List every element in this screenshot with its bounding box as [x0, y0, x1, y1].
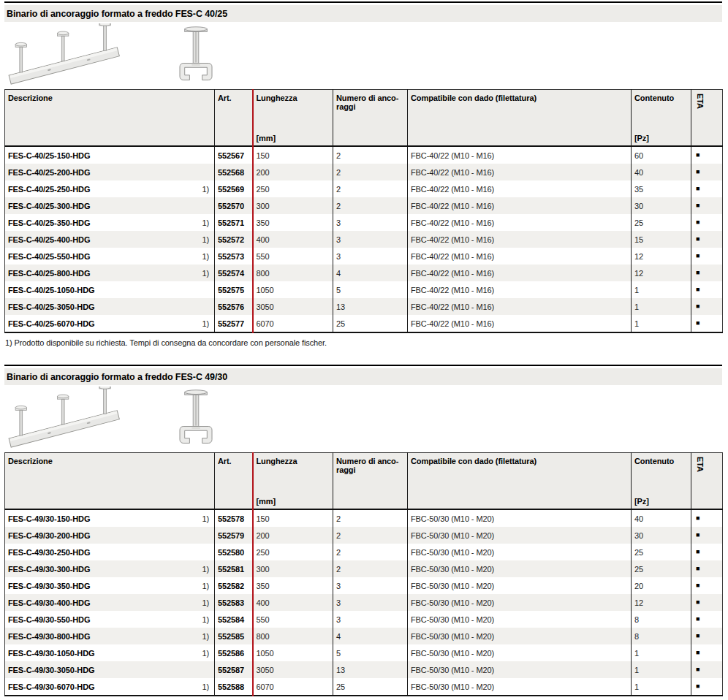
eta-square-icon: ■: [694, 151, 699, 159]
cell-numero: 2: [333, 146, 408, 164]
cell-eta: ■: [691, 315, 723, 332]
footnote-marker: 1): [202, 218, 214, 227]
cell-art: 552569: [215, 180, 253, 197]
cell-contenuto: 20: [632, 577, 691, 594]
cell-numero: 2: [333, 197, 408, 214]
footnote-marker: 1): [202, 252, 214, 261]
cell-art: 552574: [215, 265, 253, 281]
cell-contenuto: 8: [632, 611, 691, 628]
cell-lunghezza: 350: [253, 577, 333, 594]
eta-square-icon: ■: [694, 598, 699, 606]
column-header-contenuto: Contenuto[Pz]: [632, 453, 691, 510]
cell-lunghezza: 300: [253, 560, 333, 577]
cell-lunghezza: 350: [253, 214, 333, 231]
table-row: FES-C-49/30-300-HDG1)5525813002FBC-50/30…: [5, 560, 723, 577]
cell-descrizione: FES-C-49/30-550-HDG1): [5, 611, 214, 628]
cell-descrizione: FES-C-49/30-800-HDG1): [5, 628, 214, 644]
column-header-descrizione: Descrizione: [5, 453, 215, 510]
column-header-contenuto: Contenuto[Pz]: [632, 90, 691, 147]
eta-square-icon: ■: [694, 185, 699, 192]
product-code: FES-C-49/30-6070-HDG: [8, 682, 94, 691]
column-header-compatibile: Compatibile con dado (filettatura): [408, 90, 632, 147]
eta-square-icon: ■: [694, 548, 699, 555]
eta-square-icon: ■: [694, 269, 699, 276]
eta-square-icon: ■: [694, 286, 699, 293]
cell-contenuto: 1: [632, 678, 691, 696]
section-fes-c-49-30: Binario di ancoraggio formato a freddo F…: [4, 365, 722, 700]
cell-descrizione: FES-C-40/25-3050-HDG: [5, 298, 214, 315]
cell-lunghezza: 400: [253, 594, 333, 611]
cell-art: 552588: [215, 678, 253, 696]
table-row: FES-C-40/25-3050-HDG552576305013FBC-40/2…: [5, 298, 723, 315]
cell-numero: 2: [333, 180, 408, 197]
column-header-art: Art.: [215, 90, 253, 147]
cell-compatibile: FBC-50/30 (M10 - M20): [408, 509, 632, 527]
cell-contenuto: 1: [632, 661, 691, 678]
eta-square-icon: ■: [694, 666, 699, 673]
cell-lunghezza: 400: [253, 231, 333, 248]
cell-numero: 2: [333, 544, 408, 560]
cell-numero: 25: [333, 678, 408, 696]
cell-descrizione: FES-C-40/25-800-HDG1): [5, 265, 214, 281]
cell-lunghezza: 6070: [253, 678, 333, 696]
cell-compatibile: FBC-50/30 (M10 - M20): [408, 628, 632, 644]
product-code: FES-C-40/25-550-HDG: [8, 252, 90, 261]
eta-square-icon: ■: [694, 649, 699, 656]
cell-numero: 3: [333, 214, 408, 231]
product-code: FES-C-40/25-300-HDG: [8, 202, 90, 210]
cell-art: 552585: [215, 628, 253, 644]
footnote-marker: 1): [202, 682, 214, 691]
product-code: FES-C-40/25-6070-HDG: [8, 319, 94, 328]
product-code: FES-C-40/25-800-HDG: [8, 269, 90, 278]
cell-compatibile: FBC-50/30 (M10 - M20): [408, 560, 632, 577]
column-header-lunghezza: Lunghezza[mm]: [253, 90, 333, 147]
cell-eta: ■: [691, 560, 723, 577]
cell-compatibile: FBC-40/22 (M10 - M16): [408, 298, 632, 315]
cell-eta: ■: [691, 628, 723, 644]
cell-compatibile: FBC-40/22 (M10 - M16): [408, 248, 632, 265]
cell-compatibile: FBC-50/30 (M10 - M20): [408, 544, 632, 560]
cell-descrizione: FES-C-40/25-6070-HDG1): [5, 315, 214, 332]
cell-eta: ■: [691, 214, 723, 231]
cell-numero: 3: [333, 577, 408, 594]
rail-perspective-image: [4, 23, 127, 88]
product-code: FES-C-49/30-1050-HDG: [8, 649, 94, 658]
product-code: FES-C-40/25-1050-HDG: [8, 286, 94, 294]
cell-numero: 3: [333, 611, 408, 628]
column-header-numero-ancoraggi: Numero di anco-raggi: [333, 453, 408, 510]
cell-compatibile: FBC-40/22 (M10 - M16): [408, 315, 632, 332]
cell-numero: 2: [333, 560, 408, 577]
table-row: FES-C-49/30-400-HDG1)5525834003FBC-50/30…: [5, 594, 723, 611]
table-row: FES-C-40/25-300-HDG5525703002FBC-40/22 (…: [5, 197, 723, 214]
cell-numero: 3: [333, 248, 408, 265]
footnote-marker: 1): [202, 514, 214, 523]
cell-art: 552586: [215, 644, 253, 661]
cell-numero: 3: [333, 594, 408, 611]
cell-eta: ■: [691, 594, 723, 611]
table-row: FES-C-49/30-800-HDG1)5525858004FBC-50/30…: [5, 628, 723, 644]
cell-compatibile: FBC-40/22 (M10 - M16): [408, 164, 632, 180]
product-table-fes-c-49-30: Descrizione Art. Lunghezza[mm] Numero di…: [4, 452, 723, 696]
cell-art: 552578: [215, 509, 253, 527]
cell-contenuto: 35: [632, 180, 691, 197]
section-title-bar: Binario di ancoraggio formato a freddo F…: [4, 368, 722, 385]
product-code: FES-C-40/25-250-HDG: [8, 185, 90, 194]
cell-art: 552582: [215, 577, 253, 594]
product-code: FES-C-40/25-3050-HDG: [8, 303, 94, 311]
cell-lunghezza: 550: [253, 611, 333, 628]
footnote-marker: 1): [202, 582, 214, 590]
cell-descrizione: FES-C-49/30-350-HDG1): [5, 577, 214, 594]
product-code: FES-C-49/30-200-HDG: [8, 531, 90, 540]
cell-eta: ■: [691, 231, 723, 248]
eta-square-icon: ■: [694, 319, 699, 327]
cell-contenuto: 25: [632, 560, 691, 577]
footnote-marker: 1): [202, 319, 214, 328]
section-fes-c-40-25: Binario di ancoraggio formato a freddo F…: [4, 1, 722, 347]
cell-contenuto: 25: [632, 544, 691, 560]
eta-square-icon: ■: [694, 252, 699, 259]
cell-lunghezza: 250: [253, 180, 333, 197]
cell-lunghezza: 800: [253, 628, 333, 644]
cell-eta: ■: [691, 509, 723, 527]
cell-compatibile: FBC-50/30 (M10 - M20): [408, 661, 632, 678]
section-title: Binario di ancoraggio formato a freddo F…: [7, 9, 227, 19]
